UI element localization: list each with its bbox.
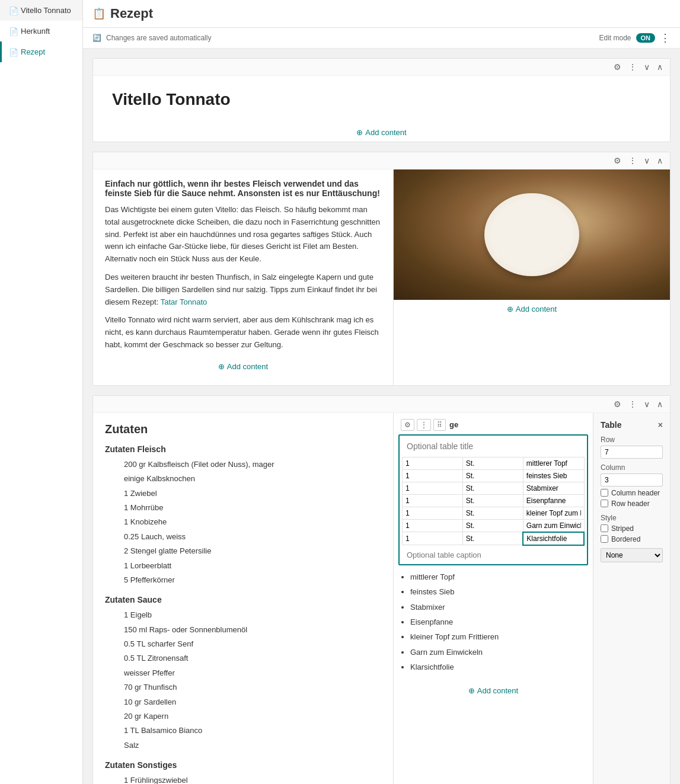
table-cell-highlighted[interactable] — [523, 532, 584, 545]
cell-input[interactable] — [406, 472, 459, 480]
table-cell[interactable] — [403, 482, 463, 494]
cell-input[interactable] — [406, 535, 459, 543]
table-cell[interactable] — [523, 482, 584, 494]
cell-input[interactable] — [466, 497, 520, 505]
list-item: 1 Zwiebel — [124, 487, 381, 500]
food-image — [394, 169, 670, 300]
table-gear-button[interactable]: ⚙ — [401, 419, 414, 431]
more-button[interactable]: ⋮ — [626, 398, 639, 410]
table-cell[interactable] — [403, 532, 463, 545]
cell-input[interactable] — [526, 459, 581, 468]
gear-button[interactable]: ⚙ — [611, 398, 624, 410]
cell-input[interactable] — [406, 521, 459, 530]
more-icon[interactable]: ⋮ — [660, 31, 671, 44]
column-header-row: Column header — [601, 489, 663, 497]
sidebar-item-herkunft[interactable]: 📄 Herkunft — [0, 21, 82, 41]
table-cell[interactable] — [403, 507, 463, 519]
cell-input[interactable] — [406, 497, 459, 505]
table-cell[interactable] — [462, 532, 523, 545]
table-cell[interactable] — [462, 519, 523, 532]
table-row — [403, 469, 585, 482]
cell-input[interactable] — [526, 472, 581, 480]
chevron-up-button[interactable]: ∧ — [655, 155, 665, 167]
bullet-list: mittlerer Topf feinstes Sieb Stabmixer E… — [398, 570, 588, 674]
column-input[interactable] — [601, 473, 663, 487]
tatar-link[interactable]: Tatar Tonnato — [161, 297, 207, 306]
table-cell[interactable] — [403, 519, 463, 532]
row-header-checkbox[interactable] — [601, 500, 608, 507]
cell-input[interactable] — [406, 459, 459, 468]
table-cell[interactable] — [523, 457, 584, 469]
add-content-button[interactable]: ⊕ Add content — [356, 128, 406, 137]
cell-input[interactable] — [406, 484, 459, 492]
cell-input[interactable] — [526, 521, 581, 530]
cell-input[interactable] — [526, 484, 581, 492]
table-cell[interactable] — [403, 469, 463, 482]
doc-teal-icon: 📄 — [9, 48, 17, 56]
table-cell[interactable] — [462, 457, 523, 469]
table-drag-button[interactable]: ⠿ — [433, 419, 446, 431]
table-cell[interactable] — [523, 469, 584, 482]
sidebar-item-rezept[interactable]: 📄 Rezept — [0, 41, 82, 62]
striped-checkbox[interactable] — [601, 524, 608, 532]
cell-input[interactable] — [466, 459, 520, 468]
bordered-checkbox[interactable] — [601, 535, 608, 543]
chevron-down-button[interactable]: ∨ — [641, 61, 652, 73]
table-cell[interactable] — [462, 507, 523, 519]
more-button[interactable]: ⋮ — [626, 155, 639, 167]
edit-mode-toggle[interactable]: ON — [636, 33, 656, 43]
gear-button[interactable]: ⚙ — [611, 155, 624, 167]
cell-input-last[interactable] — [526, 535, 580, 543]
cell-input[interactable] — [406, 509, 459, 517]
sidebar: 📄 Vitello Tonnato 📄 Herkunft 📄 Rezept — [0, 0, 83, 784]
row-input[interactable] — [601, 446, 663, 459]
ing-list-sauce: 1 Eigelb 150 ml Raps- oder Sonnenblumenö… — [124, 608, 381, 752]
gear-button[interactable]: ⚙ — [611, 61, 624, 73]
ingredients-title: Zutaten — [105, 423, 381, 436]
list-item: 0.5 TL scharfer Senf — [124, 637, 381, 651]
list-item: Klarsichtfolie — [410, 660, 588, 674]
chevron-up-button[interactable]: ∧ — [655, 61, 665, 73]
add-content-table-button[interactable]: ⊕ Add content — [468, 686, 518, 695]
more-button[interactable]: ⋮ — [626, 61, 639, 73]
chevron-up-button[interactable]: ∧ — [655, 398, 665, 410]
cell-input[interactable] — [526, 497, 581, 505]
panel-title: Table — [601, 420, 622, 430]
cell-input[interactable] — [466, 472, 520, 480]
list-item: Stabmixer — [410, 600, 588, 614]
table-cell[interactable] — [523, 494, 584, 507]
table-cell[interactable] — [462, 469, 523, 482]
chevron-down-button[interactable]: ∨ — [641, 398, 652, 410]
table-title-input[interactable] — [402, 438, 585, 455]
column-label: Column — [601, 463, 663, 472]
table-cell[interactable] — [403, 494, 463, 507]
cell-input[interactable] — [466, 521, 520, 530]
sidebar-item-vitello-tonnato[interactable]: 📄 Vitello Tonnato — [0, 0, 82, 21]
table-caption-input[interactable] — [402, 548, 585, 562]
cell-input[interactable] — [466, 535, 520, 543]
panel-close-button[interactable]: × — [658, 420, 663, 430]
add-content-right-button[interactable]: ⊕ Add content — [507, 305, 557, 313]
table-cell[interactable] — [403, 457, 463, 469]
table-row — [403, 457, 585, 469]
list-item: 70 gr Thunfisch — [124, 680, 381, 694]
plus-icon: ⊕ — [468, 686, 475, 695]
table-cell[interactable] — [523, 519, 584, 532]
ing-list-fleisch: 200 gr Kalbsfleisch (Filet oder Nuss), m… — [124, 457, 381, 587]
striped-row: Striped — [601, 524, 663, 533]
style-dropdown[interactable]: None — [601, 548, 663, 562]
cell-input[interactable] — [466, 509, 520, 517]
column-header-checkbox[interactable] — [601, 489, 608, 497]
add-content-left-button[interactable]: ⊕ Add content — [218, 362, 268, 371]
plus-icon: ⊕ — [507, 305, 513, 313]
table-cell[interactable] — [462, 482, 523, 494]
table-cell[interactable] — [523, 507, 584, 519]
edit-mode-area: Edit mode ON ⋮ — [599, 31, 671, 44]
cell-input[interactable] — [526, 509, 581, 517]
table-cell[interactable] — [462, 494, 523, 507]
list-item: Eisenpfanne — [410, 615, 588, 629]
table-more-button[interactable]: ⋮ — [417, 419, 431, 431]
chevron-down-button[interactable]: ∨ — [641, 155, 652, 167]
cell-input[interactable] — [466, 484, 520, 492]
table-inner-toolbar: ⚙ ⋮ ⠿ ge — [398, 418, 588, 432]
